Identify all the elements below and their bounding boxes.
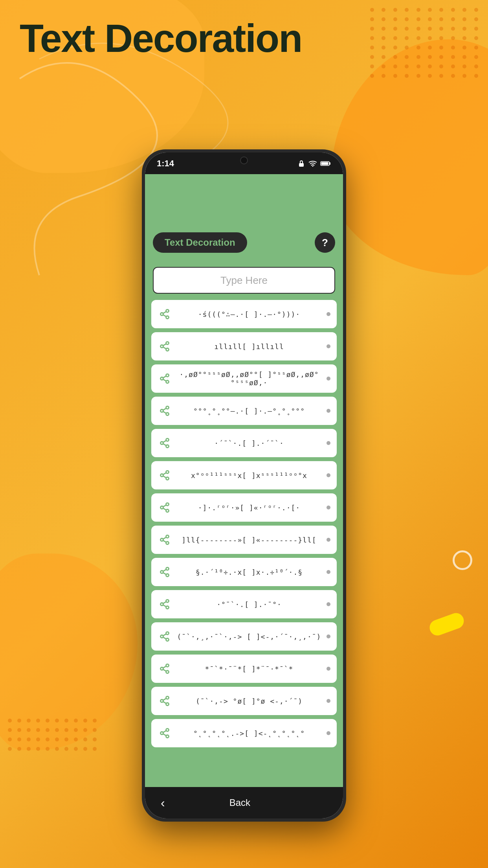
share-icon[interactable] (158, 694, 172, 708)
decoration-text-4: ·´¯`·.[ ].·´¯`· (172, 439, 327, 447)
decoration-text-10: (¯`·,¸,·¯`·,-> [ ]<-,·´¯·,¸,·¯) (172, 633, 327, 641)
decoration-text-5: x°ᵒᵒ¹¹¹ˢˢˢx[ ]xˢˢˢ¹¹¹ᵒᵒ°x (172, 471, 327, 480)
share-icon[interactable] (158, 371, 172, 386)
share-icon[interactable] (158, 307, 172, 321)
share-icon[interactable] (158, 468, 172, 482)
decoration-list-item[interactable]: *¯`*·¯¨*[ ]*¨¯·*¯`* (151, 655, 337, 683)
svg-line-43 (163, 541, 166, 542)
text-decoration-tab[interactable]: Text Decoration (153, 232, 247, 253)
more-dot-icon[interactable] (327, 409, 330, 413)
more-dot-icon[interactable] (327, 731, 330, 735)
svg-line-68 (163, 702, 166, 704)
help-button[interactable]: ? (315, 232, 335, 253)
camera-notch (240, 156, 248, 164)
more-dot-icon[interactable] (327, 570, 330, 574)
share-icon[interactable] (158, 404, 172, 418)
app-content: Text Decoration ? Type Here (145, 174, 343, 787)
svg-line-48 (163, 573, 166, 575)
decoration-text-9: ·°¯`·.[ ].·¯°· (172, 600, 327, 609)
more-dot-icon[interactable] (327, 667, 330, 671)
decoration-text-13: °˛°˛°˛°˛.->[ ]<-˛°˛°˛°˛° (172, 729, 327, 737)
more-dot-icon[interactable] (327, 699, 330, 703)
svg-line-24 (163, 408, 166, 410)
more-dot-icon[interactable] (327, 634, 330, 638)
svg-line-58 (163, 637, 166, 639)
svg-line-49 (163, 570, 166, 572)
phone-screen: 1:14 (145, 153, 343, 818)
status-icons (297, 160, 331, 167)
decoration-list-item[interactable]: §.·´¹⁰÷.·x[ ]x·.÷¹⁰´·.§ (151, 558, 337, 586)
more-dot-icon[interactable] (327, 377, 330, 381)
app-screen: Text Decoration ? Type Here (145, 174, 343, 818)
more-dot-icon[interactable] (327, 344, 330, 348)
decoration-list-item[interactable]: ·°¯`·.[ ].·¯°· (151, 590, 337, 618)
back-arrow-icon[interactable]: ‹ (161, 796, 165, 810)
svg-line-38 (163, 508, 166, 510)
svg-point-1 (312, 166, 314, 167)
dots-pattern-bottom-left (0, 711, 102, 868)
lock-icon (297, 160, 305, 167)
share-icon[interactable] (158, 500, 172, 515)
tab-bar: Text Decoration ? (153, 232, 335, 253)
decoration-text-11: *¯`*·¯¨*[ ]*¨¯·*¯`* (172, 665, 327, 673)
share-icon[interactable] (158, 565, 172, 579)
decoration-list-item[interactable]: ·]·.ʳᵒʳ·»[ ]«·ʳᵒʳ·.·[· (151, 493, 337, 522)
svg-line-34 (163, 473, 166, 475)
phone-mockup: 1:14 (142, 149, 346, 822)
decoration-text-8: §.·´¹⁰÷.·x[ ]x·.÷¹⁰´·.§ (172, 568, 327, 576)
svg-line-59 (163, 634, 166, 636)
decoration-text-7: ]ll{--------»[ ]«--------}ll[ (172, 536, 327, 544)
svg-line-33 (163, 476, 166, 478)
status-bar: 1:14 (145, 153, 343, 174)
decoration-list-item[interactable]: ·ś(((°∴—.·[ ]·.—·°)))· (151, 300, 337, 328)
decoration-list-item[interactable]: °˛°˛°˛°˛.->[ ]<-˛°˛°˛°˛° (151, 719, 337, 747)
decoration-text-1: ıllıll[ ]ıllıll (172, 342, 327, 351)
more-dot-icon[interactable] (327, 538, 330, 542)
decoration-text-6: ·]·.ʳᵒʳ·»[ ]«·ʳᵒʳ·.·[· (172, 504, 327, 512)
back-label[interactable]: Back (229, 797, 250, 808)
svg-line-9 (163, 312, 166, 314)
svg-rect-0 (299, 163, 304, 167)
bottom-navigation: ‹ Back (145, 787, 343, 818)
share-icon[interactable] (158, 726, 172, 740)
svg-line-14 (163, 344, 166, 346)
more-dot-icon[interactable] (327, 312, 330, 316)
more-dot-icon[interactable] (327, 506, 330, 509)
svg-rect-3 (329, 162, 330, 165)
decoration-list-item[interactable]: ·´¯`·.[ ].·´¯`· (151, 429, 337, 457)
decoration-list-item[interactable]: (¯`·,¸,·¯`·,-> [ ]<-,·´¯·,¸,·¯) (151, 622, 337, 651)
share-icon[interactable] (158, 597, 172, 611)
search-input-container[interactable]: Type Here (153, 267, 335, 294)
decoration-list-item[interactable]: °°°˳°˳°°—.·[ ]·.—°˳°˳°°° (151, 397, 337, 425)
decoration-list-item[interactable]: ]ll{--------»[ ]«--------}ll[ (151, 526, 337, 554)
share-icon[interactable] (158, 629, 172, 644)
share-icon[interactable] (158, 339, 172, 353)
svg-line-69 (163, 699, 166, 701)
phone-outer-shell: 1:14 (142, 149, 346, 822)
decoration-text-3: °°°˳°˳°°—.·[ ]·.—°˳°˳°°° (172, 407, 327, 415)
svg-line-39 (163, 505, 166, 507)
svg-line-54 (163, 602, 166, 604)
more-dot-icon[interactable] (327, 441, 330, 445)
search-input-placeholder: Type Here (220, 274, 268, 287)
app-header: Text Decoration ? (145, 174, 343, 261)
decoration-list-item[interactable]: ·,øØ°°ˢˢˢøØ,,øØ°°[ ]°ˢˢøØ,,øØ°°ˢˢˢøØ,· (151, 364, 337, 393)
decoration-list-item[interactable]: x°ᵒᵒ¹¹¹ˢˢˢx[ ]xˢˢˢ¹¹¹ᵒᵒ°x (151, 461, 337, 489)
dots-pattern-top-right (362, 0, 488, 189)
decoration-text-0: ·ś(((°∴—.·[ ]·.—·°)))· (172, 310, 327, 318)
decoration-text-2: ·,øØ°°ˢˢˢøØ,,øØ°°[ ]°ˢˢøØ,,øØ°°ˢˢˢøØ,· (172, 370, 327, 387)
circle-decoration-2 (453, 550, 472, 570)
share-icon[interactable] (158, 436, 172, 450)
svg-line-53 (163, 605, 166, 607)
svg-rect-4 (321, 162, 328, 165)
decoration-list[interactable]: ·ś(((°∴—.·[ ]·.—·°)))· ıllıll[ ]ıllıll (145, 300, 343, 787)
more-dot-icon[interactable] (327, 473, 330, 477)
share-icon[interactable] (158, 533, 172, 547)
share-icon[interactable] (158, 662, 172, 676)
decoration-list-item[interactable]: (¯`·,-> °ø[ ]°ø <-,·´¯) (151, 687, 337, 715)
svg-line-13 (163, 347, 166, 349)
more-dot-icon[interactable] (327, 602, 330, 606)
svg-line-23 (163, 412, 166, 414)
decoration-list-item[interactable]: ıllıll[ ]ıllıll (151, 332, 337, 360)
page-title: Text Decoration (20, 16, 302, 61)
